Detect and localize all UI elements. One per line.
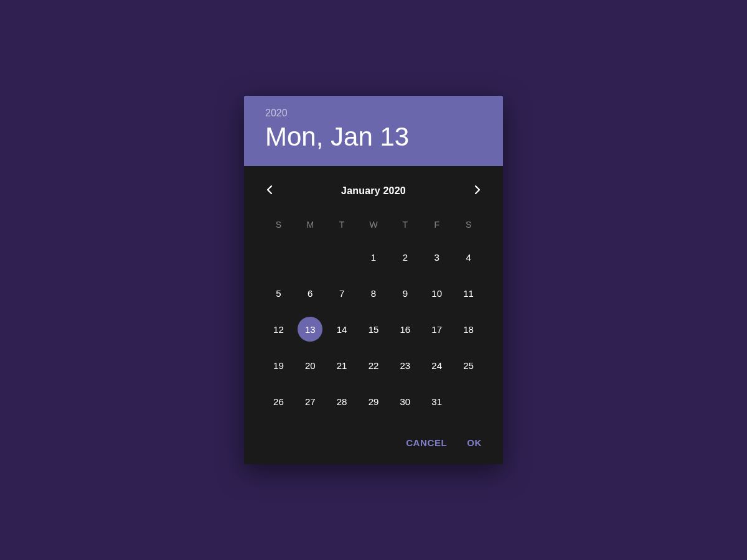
day-cell[interactable]: 17 <box>421 313 453 345</box>
day-number: 2 <box>393 245 418 269</box>
day-cell[interactable]: 28 <box>326 385 358 418</box>
day-cell[interactable]: 4 <box>453 241 484 273</box>
day-cell[interactable]: 14 <box>326 313 358 345</box>
day-cell-empty: . <box>326 241 358 273</box>
day-cell[interactable]: 20 <box>294 349 326 381</box>
day-number: 30 <box>393 389 418 414</box>
day-number: 27 <box>298 389 322 414</box>
day-cell[interactable]: 23 <box>389 349 421 381</box>
cancel-button[interactable]: CANCEL <box>406 437 447 448</box>
chevron-right-icon <box>474 185 481 197</box>
day-number: 12 <box>266 317 291 342</box>
day-number: 31 <box>425 389 449 414</box>
next-month-button[interactable] <box>471 184 484 198</box>
day-number: 6 <box>298 281 322 306</box>
day-cell[interactable]: 12 <box>263 313 294 345</box>
day-cell[interactable]: 3 <box>421 241 453 273</box>
day-number: 10 <box>425 281 449 306</box>
day-number: 28 <box>329 389 354 414</box>
day-number: 3 <box>425 245 449 269</box>
day-cell[interactable]: 8 <box>358 277 390 309</box>
day-number: 7 <box>329 281 354 306</box>
day-number: 11 <box>456 281 481 306</box>
day-cell[interactable]: 9 <box>389 277 421 309</box>
date-picker-header: 2020 Mon, Jan 13 <box>244 96 503 167</box>
day-cell-empty: . <box>263 241 294 273</box>
dialog-actions: CANCEL OK <box>244 424 503 464</box>
day-number: 15 <box>361 317 386 342</box>
calendar-grid: SMTWTFS...123456789101112131415161718192… <box>263 212 484 418</box>
header-date-button[interactable]: Mon, Jan 13 <box>265 121 482 152</box>
day-number: 14 <box>329 317 354 342</box>
day-number: 9 <box>393 281 418 306</box>
day-cell[interactable]: 27 <box>294 385 326 418</box>
weekday-cell: T <box>389 212 421 237</box>
date-picker-body: January 2020 SMTWTFS...12345678910111213… <box>244 166 503 424</box>
date-picker-dialog: 2020 Mon, Jan 13 January 2020 SMTWTFS...… <box>244 96 503 465</box>
month-label: January 2020 <box>341 185 406 197</box>
day-number: 18 <box>456 317 481 342</box>
day-cell-empty: . <box>294 241 326 273</box>
day-number: 19 <box>266 353 291 378</box>
day-number: 5 <box>266 281 291 306</box>
weekday-cell: S <box>453 212 484 237</box>
day-cell[interactable]: 31 <box>421 385 453 418</box>
day-cell[interactable]: 30 <box>389 385 421 418</box>
day-cell[interactable]: 24 <box>421 349 453 381</box>
day-number: 29 <box>361 389 386 414</box>
day-cell[interactable]: 15 <box>358 313 390 345</box>
day-number: 24 <box>425 353 449 378</box>
day-cell[interactable]: 21 <box>326 349 358 381</box>
day-number: 25 <box>456 353 481 378</box>
day-number: 22 <box>361 353 386 378</box>
weekday-cell: T <box>326 212 358 237</box>
day-number: 13 <box>298 317 322 342</box>
day-cell[interactable]: 2 <box>389 241 421 273</box>
weekday-cell: F <box>421 212 453 237</box>
day-number: 17 <box>425 317 449 342</box>
day-number: 26 <box>266 389 291 414</box>
day-cell[interactable]: 6 <box>294 277 326 309</box>
weekday-cell: W <box>358 212 390 237</box>
chevron-left-icon <box>266 185 273 197</box>
month-nav: January 2020 <box>263 176 484 206</box>
prev-month-button[interactable] <box>263 184 276 198</box>
day-cell[interactable]: 29 <box>358 385 390 418</box>
header-year-button[interactable]: 2020 <box>265 107 482 119</box>
day-cell[interactable]: 22 <box>358 349 390 381</box>
day-cell[interactable]: 7 <box>326 277 358 309</box>
day-cell[interactable]: 5 <box>263 277 294 309</box>
ok-button[interactable]: OK <box>467 437 482 448</box>
weekday-cell: S <box>263 212 294 237</box>
day-number: 4 <box>456 245 481 269</box>
day-cell[interactable]: 13 <box>294 313 326 345</box>
day-cell[interactable]: 25 <box>453 349 484 381</box>
day-number: 16 <box>393 317 418 342</box>
day-cell[interactable]: 11 <box>453 277 484 309</box>
day-cell[interactable]: 18 <box>453 313 484 345</box>
day-cell[interactable]: 16 <box>389 313 421 345</box>
weekday-cell: M <box>294 212 326 237</box>
day-cell[interactable]: 26 <box>263 385 294 418</box>
day-cell[interactable]: 1 <box>358 241 390 273</box>
day-number: 8 <box>361 281 386 306</box>
day-cell[interactable]: 10 <box>421 277 453 309</box>
day-number: 1 <box>361 245 386 269</box>
day-cell[interactable]: 19 <box>263 349 294 381</box>
day-number: 21 <box>329 353 354 378</box>
day-number: 20 <box>298 353 322 378</box>
day-number: 23 <box>393 353 418 378</box>
